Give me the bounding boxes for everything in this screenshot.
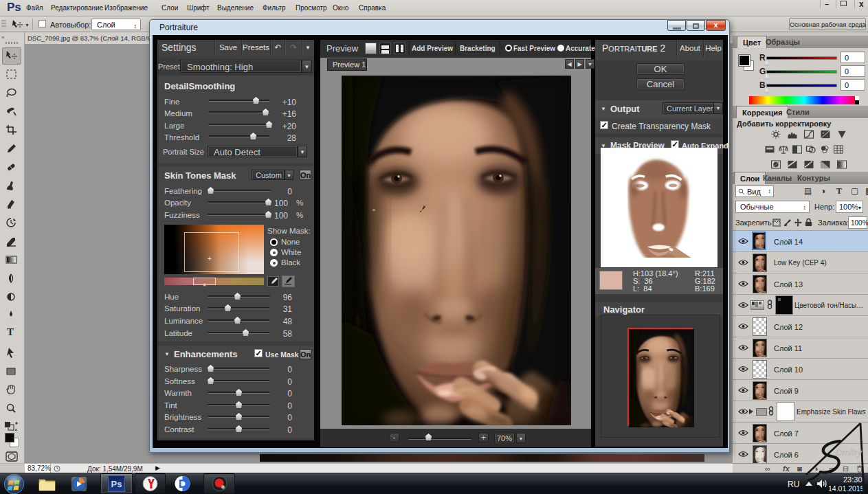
svg-text:Dmitry: Dmitry bbox=[836, 447, 863, 458]
svg-text:-: - bbox=[827, 134, 828, 138]
svg-text:+: + bbox=[822, 131, 824, 135]
